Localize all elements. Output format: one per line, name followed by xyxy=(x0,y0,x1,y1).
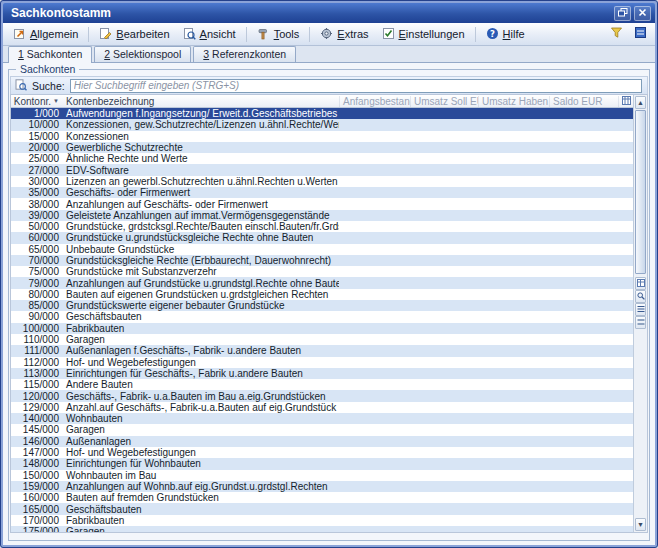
cell-kontonr: 170/000 xyxy=(11,515,63,526)
toolbar-separator xyxy=(475,27,476,42)
grid-icon xyxy=(637,279,645,288)
table-row[interactable]: 35/000 Geschäfts- oder Firmenwert xyxy=(11,187,633,198)
table-row[interactable]: 79/000 Anzahlungen auf Grundstücke u.gru… xyxy=(11,277,633,288)
table-row[interactable]: 165/000 Geschäftsbauten xyxy=(11,503,633,514)
table-row[interactable]: 85/000 Grundstückswerte eigener bebauter… xyxy=(11,300,633,311)
menu-bearbeiten[interactable]: Bearbeiten xyxy=(93,25,175,44)
table-row[interactable]: 70/000 Grundstücksgleiche Rechte (Erbbau… xyxy=(11,255,633,266)
table-row[interactable]: 159/000 Anzahlungen auf Wohnb.auf eig.Gr… xyxy=(11,481,633,492)
menu-ansicht[interactable]: Ansicht xyxy=(177,25,242,44)
cell-kontenbezeichnung: Aufwendungen f.Ingangsetzung/ Erweit.d.G… xyxy=(63,108,339,119)
cell-kontonr: 160/000 xyxy=(11,492,63,503)
search-input[interactable] xyxy=(70,79,642,93)
cell-kontonr: 129/000 xyxy=(11,402,63,413)
menu-einstellungen[interactable]: Einstellungen xyxy=(376,25,471,44)
cell-kontonr: 110/000 xyxy=(11,334,63,345)
column-header-umsatz-haben[interactable]: Umsatz Haben EUR xyxy=(478,96,549,107)
table-row[interactable]: 175/000 Garagen xyxy=(11,526,633,532)
tab-referenzkonten[interactable]: 3 Referenzkonten xyxy=(193,46,296,62)
side-grid-button[interactable] xyxy=(635,277,646,290)
table-row[interactable]: 111/000 Außenanlagen f.Geschäfts-, Fabri… xyxy=(11,345,633,356)
column-header-kontonr[interactable]: Kontonr. ▼ xyxy=(11,96,63,107)
table-row[interactable]: 80/000 Bauten auf eigenen Grundstücken u… xyxy=(11,289,633,300)
table-row[interactable]: 146/000 Außenanlagen xyxy=(11,436,633,447)
table-row[interactable]: 140/000 Wohnbauten xyxy=(11,413,633,424)
cell-kontonr: 80/000 xyxy=(11,289,63,300)
scroll-down-button[interactable]: ▼ xyxy=(635,518,646,531)
table-row[interactable]: 160/000 Bauten auf fremden Grundstücken xyxy=(11,492,633,503)
table-grid-icon xyxy=(622,96,631,107)
overview-button[interactable] xyxy=(631,25,649,43)
table-row[interactable]: 148/000 Einrichtungen für Wohnbauten xyxy=(11,458,633,469)
help-icon: ? xyxy=(486,27,499,42)
menu-tools[interactable]: Tools xyxy=(251,25,306,44)
side-search-button[interactable] xyxy=(635,290,646,303)
cell-kontenbezeichnung: Anzahlungen auf Wohnb.auf eig.Grundst.u.… xyxy=(63,481,339,492)
cell-kontenbezeichnung: Anzahlungen auf Grundstücke u.grundstgl.… xyxy=(63,278,339,289)
column-chooser-button[interactable] xyxy=(618,96,633,107)
cell-kontonr: 38/000 xyxy=(11,199,63,210)
table-row[interactable]: 112/000 Hof- und Wegebefestigungen xyxy=(11,357,633,368)
vertical-scrollbar[interactable]: ▲ ▼ xyxy=(633,95,647,532)
cell-kontonr: 30/000 xyxy=(11,176,63,187)
cell-kontenbezeichnung: Grundstücke u.grundstücksgleiche Rechte … xyxy=(63,232,339,243)
scroll-up-button[interactable]: ▲ xyxy=(635,96,646,109)
table-row[interactable]: 90/000 Geschäftsbauten xyxy=(11,311,633,322)
table-row[interactable]: 60/000 Grundstücke u.grundstücksgleiche … xyxy=(11,232,633,243)
table-row[interactable]: 75/000 Grundstücke mit Substanzverzehr xyxy=(11,266,633,277)
menu-hilfe[interactable]: ? Hilfe xyxy=(480,25,531,44)
column-header-anfangsbestand[interactable]: Anfangsbestand EUR xyxy=(339,96,410,107)
tab-selektionspool[interactable]: 2 Selektionspool xyxy=(94,46,191,62)
menu-extras[interactable]: Extras xyxy=(314,25,374,44)
cell-kontenbezeichnung: Außenanlagen f.Geschäfts-, Fabrik- u.and… xyxy=(63,345,339,356)
table-row[interactable]: 38/000 Anzahlungen auf Geschäfts- oder F… xyxy=(11,198,633,209)
restore-button[interactable] xyxy=(614,6,631,21)
table-row[interactable]: 115/000 Andere Bauten xyxy=(11,379,633,390)
tab-sachkonten[interactable]: 1 Sachkonten xyxy=(8,46,92,63)
cell-kontenbezeichnung: Einrichtungen für Wohnbauten xyxy=(63,458,339,469)
scrollbar-thumb[interactable] xyxy=(635,110,646,274)
table-row[interactable]: 100/000 Fabrikbauten xyxy=(11,323,633,334)
column-header-umsatz-soll[interactable]: Umsatz Soll EUR xyxy=(410,96,478,107)
cell-kontenbezeichnung: Garagen xyxy=(63,424,339,435)
table-row[interactable]: 39/000 Geleistete Anzahlungen auf immat.… xyxy=(11,210,633,221)
table-row[interactable]: 150/000 Wohnbauten im Bau xyxy=(11,470,633,481)
column-header-saldo[interactable]: Saldo EUR xyxy=(549,96,618,107)
table-row[interactable]: 65/000 Unbebaute Grundstücke xyxy=(11,244,633,255)
cell-kontenbezeichnung: Konzessionen xyxy=(63,131,339,142)
table-row[interactable]: 1/000 Aufwendungen f.Ingangsetzung/ Erwe… xyxy=(11,108,633,119)
table-row[interactable]: 10/000 Konzessionen, gew.Schutzrechte/Li… xyxy=(11,119,633,130)
cell-kontenbezeichnung: Hof- und Wegebefestigungen xyxy=(63,357,339,368)
table-row[interactable]: 15/000 Konzessionen xyxy=(11,131,633,142)
table-row[interactable]: 113/000 Einrichtungen für Geschäfts-, Fa… xyxy=(11,368,633,379)
arrow-down-icon: ▼ xyxy=(637,521,644,528)
column-header-kontenbezeichnung[interactable]: Kontenbezeichnung xyxy=(63,96,339,107)
cell-kontonr: 112/000 xyxy=(11,357,63,368)
cell-kontonr: 85/000 xyxy=(11,300,63,311)
cell-kontonr: 145/000 xyxy=(11,424,63,435)
table-row[interactable]: 147/000 Hof- und Wegebefestigungen xyxy=(11,447,633,458)
table-row[interactable]: 129/000 Anzahl.auf Geschäfts-, Fabrik-u.… xyxy=(11,402,633,413)
table-row[interactable]: 170/000 Fabrikbauten xyxy=(11,515,633,526)
table-row[interactable]: 27/000 EDV-Software xyxy=(11,164,633,175)
menu-label: Ansicht xyxy=(200,28,236,40)
cell-kontonr: 115/000 xyxy=(11,379,63,390)
cell-kontonr: 140/000 xyxy=(11,413,63,424)
menu-label: Allgemein xyxy=(30,28,78,40)
close-button[interactable] xyxy=(634,6,651,21)
table-row[interactable]: 30/000 Lizenzen an gewerbl.Schutzrechten… xyxy=(11,176,633,187)
menu-allgemein[interactable]: Allgemein xyxy=(7,25,84,44)
table-row[interactable]: 110/000 Garagen xyxy=(11,334,633,345)
cell-kontonr: 35/000 xyxy=(11,187,63,198)
table-row[interactable]: 25/000 Ähnliche Rechte und Werte xyxy=(11,153,633,164)
filter-button[interactable] xyxy=(607,25,625,43)
table-row[interactable]: 20/000 Gewerbliche Schutzrechte xyxy=(11,142,633,153)
side-list-button[interactable] xyxy=(635,303,646,316)
cell-kontonr: 70/000 xyxy=(11,255,63,266)
table-row[interactable]: 145/000 Garagen xyxy=(11,424,633,435)
table-row[interactable]: 120/000 Geschäfts-, Fabrik- u.a.Bauten i… xyxy=(11,390,633,401)
cell-kontonr: 27/000 xyxy=(11,165,63,176)
side-menu-button[interactable] xyxy=(635,316,646,329)
accounts-grid: Kontonr. ▼ Kontenbezeichnung Anfangsbest… xyxy=(10,94,648,533)
table-row[interactable]: 50/000 Grundstücke, grdstcksgl.Rechte/Ba… xyxy=(11,221,633,232)
